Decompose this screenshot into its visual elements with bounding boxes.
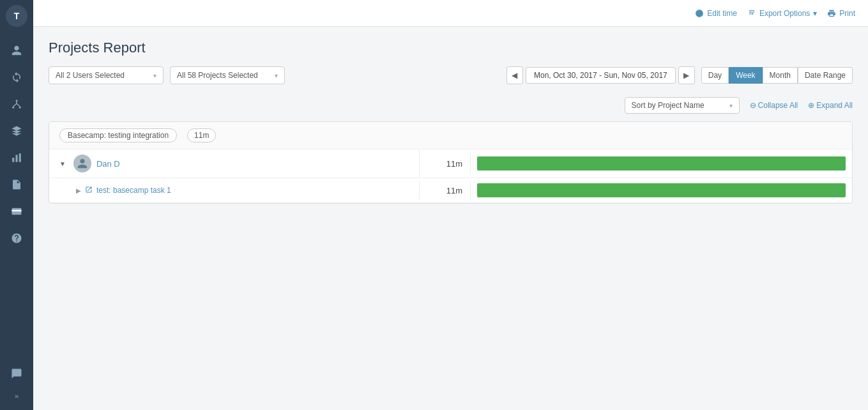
project-duration-text: 11m [194,131,209,140]
svg-rect-8 [19,153,21,162]
edit-time-label: Edit time [707,9,737,18]
users-dropdown[interactable]: All 2 Users Selected ▾ [49,66,164,84]
user-row: ▼ Dan D 11m [49,149,852,178]
projects-dropdown[interactable]: All 58 Projects Selected ▾ [170,66,285,84]
user-name[interactable]: Dan D [96,159,120,169]
sidebar-item-refresh[interactable] [5,66,28,89]
sidebar-item-chart[interactable] [5,146,28,169]
sort-bar: Sort by Project Name ▾ ⊖ Collapse All ⊕ … [49,97,853,114]
next-date-btn[interactable]: ▶ [678,66,695,84]
sidebar-item-question[interactable] [5,227,28,250]
collapse-all-btn[interactable]: ⊖ Collapse All [750,101,798,110]
external-link-icon[interactable] [85,186,93,195]
svg-point-2 [19,107,21,109]
projects-dropdown-label: All 58 Projects Selected [177,71,258,80]
task-bar [477,183,846,197]
svg-rect-10 [12,210,22,211]
task-name[interactable]: test: basecamp task 1 [96,186,171,195]
topbar: Edit time Export Options ▾ Print [33,0,868,27]
project-name-badge: Basecamp: testing integration [59,128,177,142]
task-cell: ▶ test: basecamp task 1 [49,181,420,200]
report-table: Basecamp: testing integration 11m ▼ Dan … [49,121,853,204]
filter-bar: All 2 Users Selected ▾ All 58 Projects S… [49,66,853,84]
projects-dropdown-arrow: ▾ [275,72,278,79]
date-range-display: Mon, Oct 30, 2017 - Sun, Nov 05, 2017 [526,67,676,84]
collapse-label: Collapse All [758,101,798,110]
user-bar-cell [471,151,852,176]
page-title: Projects Report [49,40,853,56]
svg-line-4 [13,103,17,107]
view-day-btn[interactable]: Day [701,67,729,84]
date-navigation: ◀ Mon, Oct 30, 2017 - Sun, Nov 05, 2017 … [506,66,695,84]
sidebar-item-connections[interactable] [5,93,28,116]
expand-label: Expand All [816,101,853,110]
prev-date-btn[interactable]: ◀ [506,66,523,84]
export-options-label: Export Options [759,9,810,18]
view-week-btn[interactable]: Week [729,67,762,84]
main-content: Edit time Export Options ▾ Print Project… [33,0,868,410]
svg-rect-6 [12,158,14,162]
svg-rect-7 [16,155,18,162]
sidebar-item-layers[interactable] [5,119,28,142]
edit-time-action[interactable]: Edit time [695,9,737,18]
print-label: Print [839,9,855,18]
user-duration: 11m [420,154,471,174]
sort-dropdown-label: Sort by Project Name [632,101,704,110]
sidebar-expand-btn[interactable]: » [10,387,24,405]
project-duration-badge: 11m [187,128,216,142]
project-name-text: Basecamp: testing integration [68,131,169,140]
sidebar-item-person[interactable] [5,39,28,62]
user-avatar [73,155,91,172]
view-daterange-btn[interactable]: Date Range [798,67,853,84]
task-expand-arrow[interactable]: ▶ [76,187,81,194]
svg-point-0 [16,100,18,102]
sidebar-item-message[interactable] [5,362,28,385]
user-bar [477,156,846,171]
task-bar-cell [471,178,852,202]
view-month-btn[interactable]: Month [763,67,798,84]
sidebar-item-card[interactable] [5,200,28,223]
export-chevron-icon: ▾ [813,9,817,18]
app-logo[interactable]: T [6,5,27,27]
task-duration: 11m [420,181,471,201]
expand-all-btn[interactable]: ⊕ Expand All [808,101,853,110]
svg-line-5 [17,103,20,107]
task-row: ▶ test: basecamp task 1 11m [49,178,852,203]
users-dropdown-label: All 2 Users Selected [56,71,125,80]
export-options-action[interactable]: Export Options ▾ [747,9,817,18]
sort-dropdown-arrow: ▾ [729,102,733,109]
users-dropdown-arrow: ▾ [153,72,156,79]
logo-text: T [14,11,20,21]
content-area: Projects Report All 2 Users Selected ▾ A… [33,27,868,410]
sidebar-item-document[interactable] [5,173,28,196]
view-buttons-group: Day Week Month Date Range [701,67,853,84]
sort-dropdown[interactable]: Sort by Project Name ▾ [625,97,740,114]
project-header-row: Basecamp: testing integration 11m [49,122,852,149]
user-collapse-triangle[interactable]: ▼ [59,160,66,167]
svg-point-1 [12,107,14,109]
sidebar: T » [0,0,33,410]
user-cell: ▼ Dan D [49,149,420,178]
print-action[interactable]: Print [827,9,855,18]
collapse-icon: ⊖ [750,101,756,110]
expand-icon: ⊕ [808,101,814,110]
